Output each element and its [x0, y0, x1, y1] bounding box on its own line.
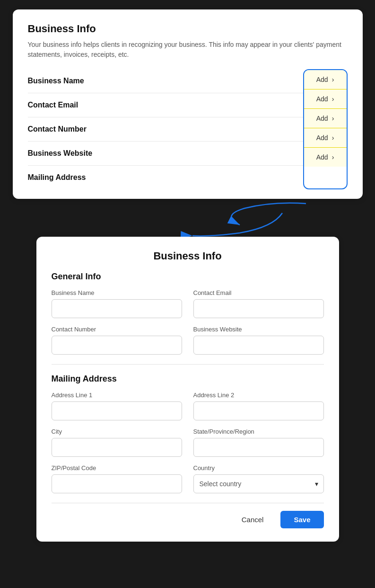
contact-number-field-label: Contact Number: [52, 326, 182, 333]
business-name-label: Business Name: [28, 77, 84, 85]
mailing-address-grid: Address Line 1 Address Line 2 City State…: [52, 392, 324, 493]
add-business-name-button[interactable]: Add ›: [304, 70, 347, 89]
mailing-address-title: Mailing Address: [52, 374, 324, 384]
business-name-field-label: Business Name: [52, 289, 182, 296]
cancel-button[interactable]: Cancel: [230, 511, 275, 528]
add-buttons-group: Add › Add › Add › Add › Add ›: [303, 69, 348, 189]
business-name-input[interactable]: [52, 299, 182, 318]
city-label: City: [52, 428, 182, 435]
business-website-input[interactable]: [193, 336, 324, 355]
contact-number-label: Contact Number: [28, 125, 87, 134]
general-info-section: General Info Business Name Contact Email…: [52, 272, 324, 355]
chevron-right-icon-0: ›: [332, 76, 334, 83]
annotation-arrows: [13, 199, 363, 237]
address-line2-label: Address Line 2: [193, 392, 324, 399]
add-contact-number-button[interactable]: Add ›: [304, 109, 347, 128]
add-contact-email-button[interactable]: Add ›: [304, 89, 347, 109]
business-website-field: Business Website: [193, 326, 324, 355]
chevron-right-icon-2: ›: [332, 115, 334, 122]
zip-label: ZIP/Postal Code: [52, 464, 182, 472]
address-line1-input[interactable]: [52, 401, 182, 420]
general-info-grid: Business Name Contact Email Contact Numb…: [52, 289, 324, 355]
add-label-2: Add: [316, 115, 328, 122]
contact-email-label: Contact Email: [28, 101, 78, 109]
contact-number-input[interactable]: [52, 336, 182, 355]
business-info-form-card: Business Info General Info Business Name…: [36, 237, 339, 542]
country-field: Country Select country ▾: [193, 464, 324, 493]
business-name-field: Business Name: [52, 289, 182, 318]
chevron-right-icon-1: ›: [332, 95, 334, 103]
contact-email-input[interactable]: [193, 299, 324, 318]
top-card-title: Business Info: [28, 23, 348, 35]
mailing-address-section: Mailing Address Address Line 1 Address L…: [52, 374, 324, 493]
address-line2-input[interactable]: [193, 401, 324, 420]
country-label: Country: [193, 464, 324, 472]
contact-email-field: Contact Email: [193, 289, 324, 318]
contact-number-field: Contact Number: [52, 326, 182, 355]
section-divider: [52, 364, 324, 365]
state-input[interactable]: [193, 438, 324, 457]
add-label-4: Add: [316, 153, 328, 161]
top-card-description: Your business info helps clients in reco…: [28, 40, 348, 60]
country-select-wrapper: Select country ▾: [193, 474, 324, 493]
general-info-title: General Info: [52, 272, 324, 282]
business-website-label: Business Website: [28, 149, 93, 158]
zip-field: ZIP/Postal Code: [52, 464, 182, 493]
city-field: City: [52, 428, 182, 457]
state-label: State/Province/Region: [193, 428, 324, 435]
address-line1-field: Address Line 1: [52, 392, 182, 420]
add-label-3: Add: [316, 134, 328, 142]
form-actions: Cancel Save: [52, 503, 324, 528]
add-mailing-address-button[interactable]: Add ›: [304, 148, 347, 167]
form-card-title: Business Info: [52, 250, 324, 262]
business-info-top-card: Business Info Your business info helps c…: [13, 9, 363, 199]
business-website-field-label: Business Website: [193, 326, 324, 333]
zip-input[interactable]: [52, 474, 182, 493]
add-label-1: Add: [316, 95, 328, 103]
add-business-website-button[interactable]: Add ›: [304, 128, 347, 148]
save-button[interactable]: Save: [280, 511, 323, 528]
address-line1-label: Address Line 1: [52, 392, 182, 399]
city-input[interactable]: [52, 438, 182, 457]
add-label-0: Add: [316, 76, 328, 83]
chevron-right-icon-4: ›: [332, 153, 334, 161]
chevron-right-icon-3: ›: [332, 134, 334, 142]
mailing-address-label: Mailing Address: [28, 173, 86, 182]
address-line2-field: Address Line 2: [193, 392, 324, 420]
contact-email-field-label: Contact Email: [193, 289, 324, 296]
country-select[interactable]: Select country: [193, 474, 324, 493]
state-field: State/Province/Region: [193, 428, 324, 457]
